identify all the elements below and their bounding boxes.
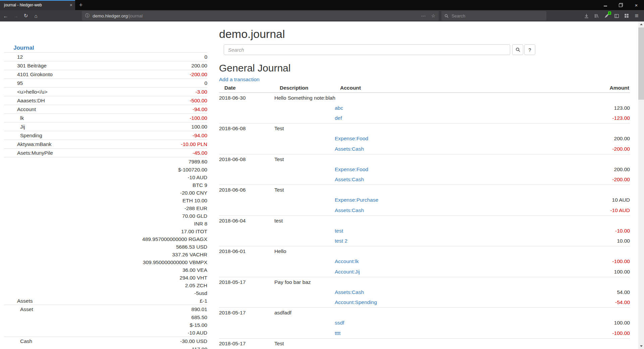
sidebar-account-link[interactable]: Asets:MunyPile bbox=[17, 150, 53, 156]
posting-account-link[interactable]: Account:Spending bbox=[335, 299, 377, 305]
window-minimize-button[interactable] bbox=[598, 0, 613, 10]
tab-close-icon[interactable]: × bbox=[70, 2, 72, 8]
scrollbar-thumb[interactable] bbox=[638, 28, 644, 100]
home-button[interactable]: ⌂ bbox=[31, 11, 41, 21]
posting-amount: 123.00 bbox=[563, 103, 630, 113]
sidebar-account-row: lk-100.00 bbox=[4, 113, 207, 122]
posting-account-link[interactable]: def bbox=[335, 115, 342, 121]
transaction-row[interactable]: 2018-05-17Pay foo bar baz bbox=[219, 277, 630, 287]
reload-button[interactable]: ↻ bbox=[21, 11, 31, 21]
posting-account-link[interactable]: Assets:Cash bbox=[335, 289, 364, 295]
sidebar-account-balance: BTC 9 bbox=[193, 182, 207, 188]
url-bar[interactable]: ⓘ demo.hledger.org/journal ⋯ ☆ bbox=[82, 11, 439, 20]
sidebar-account-balance: -117.00 bbox=[190, 346, 207, 349]
sidebar-account-link[interactable]: Account bbox=[17, 106, 36, 112]
transaction-row[interactable]: 2018-06-06Test bbox=[219, 185, 630, 195]
scrollbar-up-arrow[interactable] bbox=[638, 21, 644, 27]
journal-search-button[interactable] bbox=[512, 44, 523, 55]
sidebar-account-row: 17.00 ITOT bbox=[4, 228, 207, 235]
posting-account-link[interactable]: Account:Jij bbox=[335, 269, 360, 275]
sidebar-account-link[interactable]: Aaasets:DH bbox=[17, 98, 45, 104]
posting-account-link[interactable]: Assets:Cash bbox=[335, 177, 364, 182]
sidebar-account-link[interactable]: <u>hello</u> bbox=[17, 89, 48, 95]
transaction-row[interactable]: 2018-06-01Hello bbox=[219, 246, 630, 257]
site-info-icon[interactable]: ⓘ bbox=[85, 13, 90, 19]
posting-account-link[interactable]: abc bbox=[335, 105, 343, 111]
page-actions-icon[interactable]: ⋯ bbox=[421, 13, 426, 18]
navigation-toolbar: ← → ↻ ⌂ ⓘ demo.hledger.org/journal ⋯ ☆ bbox=[0, 10, 644, 21]
sidebar-account-link[interactable]: Cash bbox=[20, 338, 32, 344]
sidebar-account-link[interactable]: 301 Beiträge bbox=[17, 63, 47, 69]
sidebar-account-balance: 489.957000000000 RGAGX bbox=[142, 236, 207, 242]
sidebar-account-balance: 309.950000000000 VBMPX bbox=[143, 259, 207, 265]
scrollbar-down-arrow[interactable] bbox=[638, 343, 644, 349]
bookmark-star-icon[interactable]: ☆ bbox=[431, 13, 435, 18]
empty-cell bbox=[219, 205, 335, 216]
posting-row: Expense:Purchase10 AUD bbox=[219, 195, 630, 205]
sidebar-account-link[interactable]: 4101 Girokonto bbox=[17, 71, 53, 78]
posting-account-link[interactable]: Expense:Food bbox=[335, 136, 368, 141]
posting-row: Account:lk-100.00 bbox=[219, 256, 630, 267]
sidebar-account-link[interactable]: 95 bbox=[17, 80, 23, 86]
sidebar-account-link[interactable]: Asset bbox=[20, 306, 33, 312]
transaction-row[interactable]: 2018-06-08Test bbox=[219, 154, 630, 164]
posting-amount: -123.00 bbox=[563, 113, 630, 123]
forward-button[interactable]: → bbox=[11, 11, 21, 21]
empty-cell bbox=[563, 215, 630, 226]
empty-cell bbox=[563, 338, 630, 349]
sidebar-account-row: -5usd bbox=[4, 289, 207, 297]
toolbar-buttons: 0 ≡ bbox=[581, 11, 642, 21]
sidebar-account-balance: -10 AUD bbox=[187, 174, 207, 181]
extension-icon[interactable]: 0 bbox=[601, 11, 611, 21]
posting-account-link[interactable]: tttt bbox=[335, 330, 340, 336]
add-transaction-link[interactable]: Add a transaction bbox=[219, 77, 260, 83]
new-tab-button[interactable]: + bbox=[75, 0, 87, 10]
transaction-date: 2018-06-08 bbox=[219, 123, 274, 134]
browser-tab[interactable]: journal - hledger-web × bbox=[0, 0, 75, 10]
posting-account-link[interactable]: Expense:Food bbox=[335, 166, 368, 172]
library-icon[interactable] bbox=[591, 11, 601, 21]
transaction-row[interactable]: 2018-05-17Test bbox=[219, 338, 630, 349]
posting-row: test 210.00 bbox=[219, 236, 630, 246]
sidebar-account-link[interactable]: Jij bbox=[20, 124, 25, 130]
posting-account-link[interactable]: ssdf bbox=[335, 320, 344, 326]
posting-amount: 10 AUD bbox=[563, 195, 630, 205]
browser-search-input[interactable] bbox=[451, 13, 543, 19]
sidebar-account-link[interactable]: lk bbox=[20, 115, 24, 121]
posting-account-link[interactable]: Assets:Cash bbox=[335, 207, 364, 213]
journal-search-input[interactable] bbox=[224, 44, 510, 55]
sidebar-account-row: 2.05 ZCH bbox=[4, 282, 207, 289]
posting-account-link[interactable]: test bbox=[335, 228, 343, 234]
transaction-row[interactable]: 2018-06-30Hello Something note:blah bbox=[219, 93, 630, 103]
posting-account-link[interactable]: Account:lk bbox=[335, 258, 359, 264]
sidebar-account-link[interactable]: Assets bbox=[17, 298, 33, 304]
transaction-description: Hello Something note:blah bbox=[274, 93, 563, 103]
sidebar-account-balance: 0 bbox=[204, 80, 207, 86]
back-button[interactable]: ← bbox=[1, 11, 11, 21]
apps-grid-icon[interactable] bbox=[622, 11, 632, 21]
search-help-button[interactable]: ? bbox=[524, 44, 535, 55]
transaction-row[interactable]: 2018-06-08Test bbox=[219, 123, 630, 134]
sidebars-icon[interactable] bbox=[611, 11, 622, 21]
menu-icon[interactable]: ≡ bbox=[632, 11, 642, 21]
window-restore-button[interactable] bbox=[613, 0, 629, 10]
transaction-row[interactable]: 2018-05-17asdfadf bbox=[219, 308, 630, 318]
sidebar-account-link[interactable]: Aktywa:mBank bbox=[17, 141, 52, 147]
posting-row: test-10.00 bbox=[219, 226, 630, 236]
posting-account-link[interactable]: Assets:Cash bbox=[335, 146, 364, 152]
transaction-description: Test bbox=[274, 154, 563, 164]
sidebar-journal-link[interactable]: Journal bbox=[13, 44, 207, 52]
sidebar-account-row: Asets:MunyPile-45.00 bbox=[4, 148, 207, 157]
sidebar-account-balance: -10.00 PLN bbox=[181, 141, 207, 147]
transaction-row[interactable]: 2018-06-04test bbox=[219, 215, 630, 226]
downloads-icon[interactable] bbox=[581, 11, 591, 21]
sidebar-account-link[interactable]: 12 bbox=[17, 54, 23, 60]
empty-cell bbox=[563, 123, 630, 134]
browser-search-field[interactable] bbox=[441, 11, 546, 20]
posting-account-link[interactable]: Expense:Purchase bbox=[335, 197, 378, 203]
window-close-button[interactable]: × bbox=[629, 0, 644, 10]
posting-account-link[interactable]: test 2 bbox=[335, 238, 347, 244]
page-scrollbar[interactable] bbox=[638, 21, 644, 349]
sidebar-account-row: Asset890.01 bbox=[4, 305, 207, 313]
sidebar-account-link[interactable]: Spending bbox=[20, 133, 42, 139]
